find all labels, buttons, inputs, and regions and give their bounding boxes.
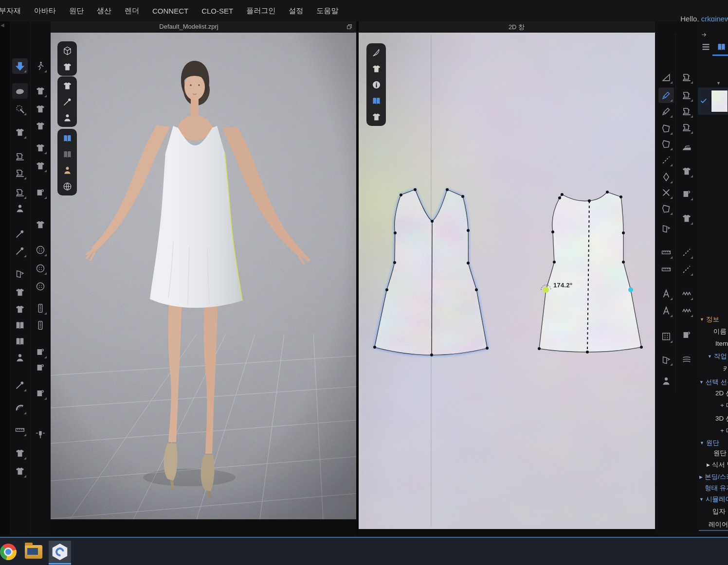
notch-tool[interactable]: [658, 185, 674, 200]
trace-tool[interactable]: [658, 136, 674, 152]
select-garment-2d-tool[interactable]: [679, 163, 694, 179]
edit-curvature-tool[interactable]: [658, 104, 674, 119]
menu-closet[interactable]: CLO-SET: [201, 7, 233, 15]
menu-fabric[interactable]: 원단: [69, 6, 84, 16]
show-pattern-mesh-toggle[interactable]: [61, 132, 73, 144]
iron-press-tool[interactable]: [679, 141, 694, 157]
window-3d-titlebar[interactable]: Default_Modelist.zprj: [51, 21, 356, 33]
menu-help[interactable]: 도움말: [316, 6, 338, 16]
rotate-fold-tool[interactable]: [12, 334, 28, 349]
show-info-toggle[interactable]: [370, 79, 382, 90]
pan-tool[interactable]: [12, 83, 28, 99]
viewport-3d[interactable]: [51, 33, 356, 519]
section-info[interactable]: ▼정보: [697, 315, 728, 324]
mn-sewing-2d-tool[interactable]: [679, 104, 694, 119]
mn-sewing-tool[interactable]: [12, 185, 28, 200]
detect-sewing-tool[interactable]: [679, 120, 694, 135]
menu-connect[interactable]: CONNECT: [152, 7, 188, 15]
section-work[interactable]: ▼작업: [697, 352, 728, 361]
taskbar-clo3d-button[interactable]: [49, 541, 71, 565]
show-environment-toggle[interactable]: [61, 180, 73, 192]
buttonhole-lock-tool[interactable]: [33, 279, 48, 294]
add-fabric-tool[interactable]: [679, 327, 694, 343]
pin-curve-tool[interactable]: [12, 243, 28, 259]
arrange-garment-4-tool[interactable]: [33, 140, 48, 156]
basting-tool[interactable]: [679, 245, 694, 260]
tape-measure-curve-tool[interactable]: [12, 400, 28, 416]
section-fabric[interactable]: ▼원단: [697, 439, 728, 447]
section-selected-segment[interactable]: ▼선택 선분: [697, 378, 728, 387]
fabric-grab-tool[interactable]: [679, 186, 694, 202]
menu-avatar[interactable]: 아바타: [34, 6, 56, 16]
arrange-garment-5-tool[interactable]: [33, 158, 48, 174]
measure-pin-tool[interactable]: [12, 377, 28, 393]
particle-fabric-tool[interactable]: [33, 185, 48, 200]
view-cube-gizmo[interactable]: [61, 45, 73, 56]
menu-trims[interactable]: 부자재: [0, 6, 21, 16]
segment-sewing-2d-tool[interactable]: [679, 70, 694, 85]
polygon-pattern-tool[interactable]: [658, 201, 674, 216]
angle-measure-point[interactable]: [543, 287, 549, 293]
show-pattern-toggle[interactable]: [370, 95, 382, 106]
open-fold-tool[interactable]: [12, 318, 28, 333]
section-bonding[interactable]: ▶본딩/스카: [697, 473, 728, 481]
taskbar-chrome-button[interactable]: [0, 541, 19, 563]
show-mannequin-toggle[interactable]: [61, 164, 73, 176]
pin-tool[interactable]: [12, 226, 28, 242]
transform-pattern-tool[interactable]: [658, 70, 674, 85]
arrange-clothes-tool[interactable]: [12, 301, 28, 317]
quilting-tool[interactable]: [679, 352, 694, 367]
collapse-left-icon[interactable]: ◀: [0, 22, 4, 28]
select-zipper-tool[interactable]: [33, 300, 48, 316]
more-2d-link[interactable]: + 더: [697, 401, 728, 410]
pattern-text-tool[interactable]: [658, 286, 674, 301]
menu-render[interactable]: 렌더: [125, 6, 139, 16]
awl-needle-tool[interactable]: [370, 47, 382, 58]
button-tool[interactable]: [33, 261, 48, 276]
menu-plugin[interactable]: 플러그인: [246, 6, 275, 16]
restore-window-icon[interactable]: [346, 23, 353, 31]
dart-tool[interactable]: [658, 169, 674, 185]
elastic-tool[interactable]: [679, 262, 694, 277]
taskbar-explorer-button[interactable]: [22, 541, 45, 563]
show-garment-toggle[interactable]: [61, 80, 73, 91]
texture-garment-tool[interactable]: [33, 217, 48, 232]
garment-measure-2-tool[interactable]: [12, 463, 28, 479]
drape-tool[interactable]: [12, 350, 28, 366]
garment-fit-toggle[interactable]: [61, 61, 73, 72]
annotation-text-tool[interactable]: [658, 303, 674, 318]
free-sewing-2d-tool[interactable]: [679, 88, 694, 103]
brush-selection-tool[interactable]: [12, 101, 28, 117]
fold-pattern-tool[interactable]: [658, 220, 674, 236]
curved-pattern-tool[interactable]: [658, 121, 674, 136]
shirring-v-tool[interactable]: [679, 286, 694, 301]
shirring-h-tool[interactable]: [679, 303, 694, 318]
hover-point-cyan[interactable]: [628, 287, 633, 292]
fabric-piece-tool[interactable]: [33, 360, 48, 375]
arrange-garment-1-tool[interactable]: [33, 83, 48, 99]
select-fabric-piece-tool[interactable]: [33, 344, 48, 360]
show-pins-toggle[interactable]: [61, 96, 73, 107]
seam-trace-tool[interactable]: [658, 152, 674, 168]
fold-garment-tool[interactable]: [12, 284, 28, 300]
pattern-to-avatar-tool[interactable]: [658, 373, 674, 389]
viewport-2d[interactable]: 174.2°: [359, 33, 655, 529]
show-texture-toggle[interactable]: [370, 63, 382, 74]
show-avatar-toggle[interactable]: [61, 112, 73, 124]
pin-garment-tool[interactable]: [12, 201, 28, 216]
lock-pattern-toggle[interactable]: [370, 111, 382, 123]
select-button-tool[interactable]: [33, 242, 48, 258]
free-sewing-tool[interactable]: [12, 165, 28, 181]
section-simulation[interactable]: ▼시뮬레이션: [697, 495, 728, 504]
texture-checker-tool[interactable]: [679, 211, 694, 226]
fabric-roll-tool[interactable]: [33, 386, 48, 401]
avatar-walk-tool[interactable]: [33, 58, 48, 74]
select-mesh-tool[interactable]: [12, 124, 28, 140]
menu-production[interactable]: 생산: [97, 6, 111, 16]
arrange-garment-2-tool[interactable]: [33, 101, 48, 117]
menu-settings[interactable]: 설정: [289, 6, 303, 16]
press-clamp-tool[interactable]: [33, 427, 48, 442]
arrange-garment-3-tool[interactable]: [33, 118, 48, 134]
garment-measure-tool[interactable]: [12, 445, 28, 461]
select-move-tool[interactable]: [12, 58, 28, 74]
